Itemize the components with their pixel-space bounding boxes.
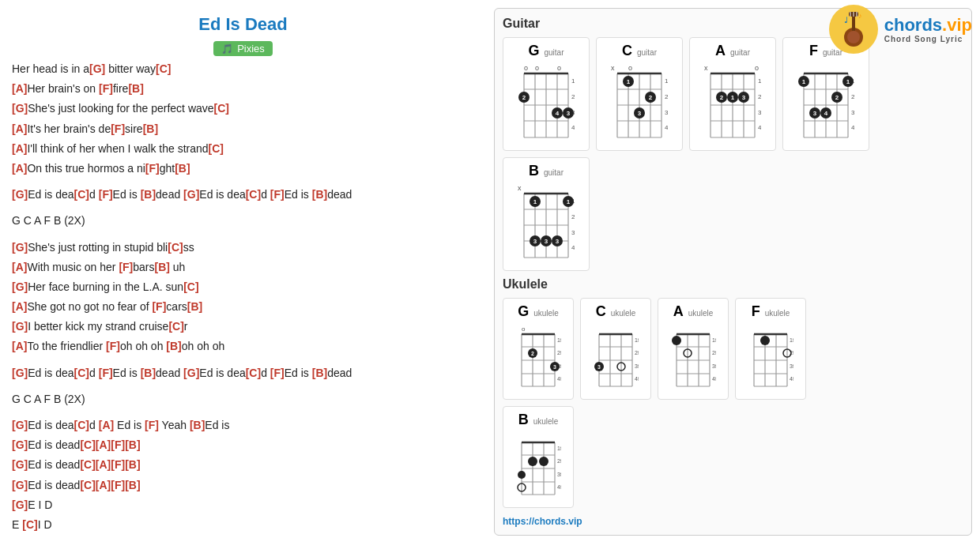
chord-inline: [F]	[106, 340, 120, 352]
chord-diagram-guitar-B[interactable]: B guitar x	[503, 157, 590, 271]
lyric-text: Ed is dea	[199, 367, 245, 379]
svg-text:2fr: 2fr	[665, 93, 668, 100]
lyric-text: G C A F B (2X)	[12, 393, 85, 405]
chord-inline: [G]	[12, 102, 28, 115]
svg-text:2fr: 2fr	[635, 350, 639, 356]
svg-text:3fr: 3fr	[571, 229, 575, 236]
chord-inline: [G]	[12, 320, 28, 333]
lyric-text: Her head is in a	[12, 62, 89, 75]
chord-inline: [F]	[152, 300, 166, 313]
chord-inline: [A]	[96, 438, 111, 451]
svg-text:1: 1	[846, 78, 850, 85]
svg-text:3: 3	[813, 110, 817, 117]
chord-inline: [F]	[111, 122, 125, 135]
chord-inline: [B]	[187, 300, 202, 313]
svg-text:3fr: 3fr	[665, 109, 668, 116]
lyric-text: She's just rotting in stupid bli	[28, 241, 168, 254]
lyric-text: Ed is dead	[28, 458, 80, 471]
chord-inline: [A]	[96, 479, 111, 491]
lyric-text: bitter way	[105, 62, 156, 75]
svg-text:4fr: 4fr	[790, 376, 793, 382]
svg-text:1: 1	[627, 78, 631, 85]
lyric-line: [A]She got no got no fear of [F]cars[B]	[12, 297, 474, 317]
svg-text:3fr: 3fr	[758, 109, 761, 116]
chord-inline: [C]	[80, 458, 95, 471]
chord-diagram-guitar-G[interactable]: G guitar o o o	[503, 37, 590, 151]
svg-text:2: 2	[522, 94, 526, 101]
chord-inline: [F]	[99, 188, 113, 201]
svg-text:x: x	[704, 64, 708, 72]
svg-text:3fr: 3fr	[557, 472, 561, 477]
svg-text:x: x	[611, 64, 615, 72]
lyric-text: On this true hormos a ni	[27, 162, 145, 175]
chord-inline: [F]	[99, 367, 113, 379]
lyric-text: d	[89, 419, 99, 431]
lyric-line: Her head is in a[G] bitter way[C]	[12, 59, 474, 79]
lyric-text: Ed is	[205, 419, 229, 431]
svg-text:1: 1	[731, 94, 735, 101]
chord-inline: [F]	[111, 479, 125, 491]
lyric-text: dead	[156, 367, 183, 379]
svg-text:o: o	[535, 64, 539, 72]
chord-inline: [A]	[12, 300, 27, 313]
svg-text:o: o	[628, 64, 632, 72]
chord-inline: [G]	[12, 438, 28, 451]
chord-inline: [C]	[74, 367, 89, 379]
svg-text:2fr: 2fr	[557, 350, 561, 356]
lyric-text: Ed is dead	[28, 438, 80, 451]
lyric-line: [G]She's just looking for the perfect wa…	[12, 99, 474, 119]
chord-inline: [G]	[12, 419, 28, 431]
chord-diagram-uke-B[interactable]: B ukulele 1	[503, 406, 574, 508]
svg-point-205	[518, 471, 526, 479]
lyric-text: dead	[327, 188, 352, 201]
svg-text:3: 3	[556, 238, 560, 245]
chord-inline: [G]	[12, 280, 28, 293]
svg-text:1fr: 1fr	[790, 337, 793, 343]
svg-text:2fr: 2fr	[851, 93, 854, 100]
lyric-text: sire	[125, 122, 143, 135]
lyric-text: To the friendlier	[27, 340, 106, 352]
svg-text:4fr: 4fr	[571, 124, 575, 131]
panel-url[interactable]: https://chords.vip	[503, 516, 963, 527]
lyric-line: [A]E I D	[12, 535, 474, 538]
svg-text:x: x	[518, 184, 522, 192]
svg-text:3: 3	[567, 110, 571, 117]
lyric-text: Ed is dea	[28, 188, 74, 201]
chord-inline: [F]	[99, 82, 113, 95]
chord-diagram-guitar-A[interactable]: A guitar x o	[689, 37, 776, 151]
lyric-text: Ed is	[114, 419, 145, 431]
chord-diagram-uke-C[interactable]: C ukulele 1	[580, 298, 651, 400]
chord-inline: [G]	[89, 62, 105, 75]
lyric-text: d	[89, 188, 99, 201]
chord-diagram-uke-G[interactable]: G ukulele o	[503, 298, 574, 400]
chord-inline: [F]	[111, 438, 125, 451]
lyric-text: ght	[160, 162, 175, 175]
logo-chords: chords.vip	[884, 16, 972, 35]
chord-inline: [A]	[12, 261, 27, 273]
lyric-text: oh oh oh	[120, 340, 166, 352]
chord-inline: [G]	[183, 367, 199, 379]
svg-text:3: 3	[597, 364, 601, 370]
svg-text:2: 2	[720, 94, 724, 101]
artist-badge[interactable]: Pixies	[213, 41, 273, 56]
song-title: Ed Is Dead	[12, 14, 474, 35]
chord-diagram-uke-A[interactable]: A ukulele 1	[658, 298, 729, 400]
chord-inline: [B]	[128, 82, 143, 95]
artist-name: Pixies	[237, 43, 265, 55]
chord-inline: [B]	[155, 261, 170, 273]
chord-diagram-uke-F[interactable]: F ukulele 1	[735, 298, 806, 400]
lyric-text: dead	[327, 367, 352, 379]
fretboard-uke-B: 1fr 2fr 3fr 4fr	[515, 431, 561, 502]
svg-text:o: o	[557, 64, 561, 72]
svg-text:2fr: 2fr	[758, 93, 761, 100]
chord-inline: [C]	[80, 479, 95, 491]
lyric-text: Ed is dea	[199, 188, 245, 201]
chord-inline: [B]	[175, 162, 190, 175]
svg-text:1fr: 1fr	[557, 446, 561, 451]
lyric-line: [G]Ed is dead[C][A][F][B]	[12, 455, 474, 475]
svg-point-188	[760, 336, 770, 345]
chord-diagram-guitar-C[interactable]: C guitar x o	[596, 37, 683, 151]
fretboard-guitar-A: x o	[704, 62, 761, 145]
chord-inline: [A]	[12, 340, 27, 352]
chord-inline: [B]	[125, 438, 140, 451]
